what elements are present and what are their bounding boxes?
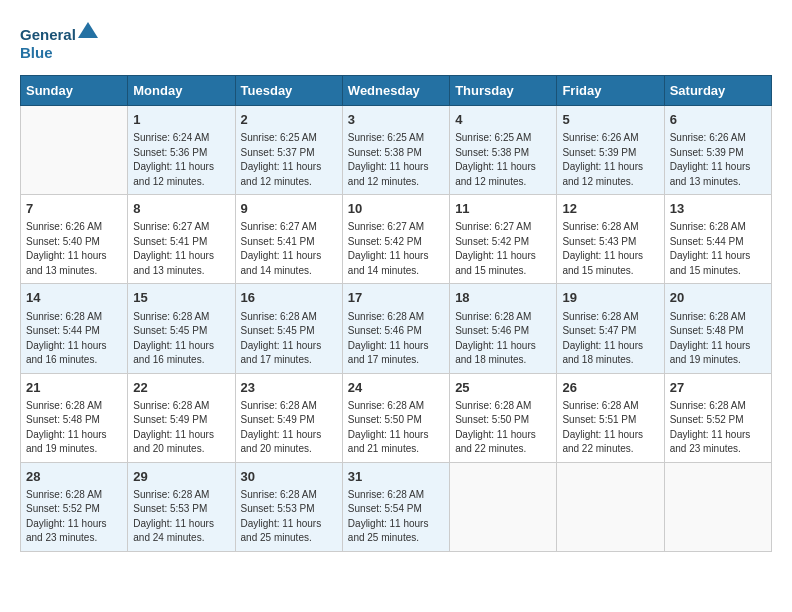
day-number: 10 — [348, 200, 444, 218]
calendar-cell: 7Sunrise: 6:26 AM Sunset: 5:40 PM Daylig… — [21, 195, 128, 284]
day-info: Sunrise: 6:28 AM Sunset: 5:43 PM Dayligh… — [562, 220, 658, 278]
day-info: Sunrise: 6:27 AM Sunset: 5:42 PM Dayligh… — [455, 220, 551, 278]
calendar-cell: 8Sunrise: 6:27 AM Sunset: 5:41 PM Daylig… — [128, 195, 235, 284]
day-info: Sunrise: 6:28 AM Sunset: 5:46 PM Dayligh… — [348, 310, 444, 368]
logo-svg: General Blue — [20, 20, 100, 65]
days-header-row: SundayMondayTuesdayWednesdayThursdayFrid… — [21, 76, 772, 106]
day-number: 22 — [133, 379, 229, 397]
header-sunday: Sunday — [21, 76, 128, 106]
calendar-cell: 30Sunrise: 6:28 AM Sunset: 5:53 PM Dayli… — [235, 462, 342, 551]
day-info: Sunrise: 6:28 AM Sunset: 5:45 PM Dayligh… — [133, 310, 229, 368]
day-number: 1 — [133, 111, 229, 129]
day-number: 29 — [133, 468, 229, 486]
day-info: Sunrise: 6:28 AM Sunset: 5:52 PM Dayligh… — [670, 399, 766, 457]
day-number: 28 — [26, 468, 122, 486]
week-row-3: 21Sunrise: 6:28 AM Sunset: 5:48 PM Dayli… — [21, 373, 772, 462]
day-number: 3 — [348, 111, 444, 129]
calendar-cell — [450, 462, 557, 551]
day-number: 31 — [348, 468, 444, 486]
day-info: Sunrise: 6:26 AM Sunset: 5:39 PM Dayligh… — [562, 131, 658, 189]
calendar-cell: 13Sunrise: 6:28 AM Sunset: 5:44 PM Dayli… — [664, 195, 771, 284]
svg-text:Blue: Blue — [20, 44, 53, 61]
day-info: Sunrise: 6:28 AM Sunset: 5:49 PM Dayligh… — [241, 399, 337, 457]
day-number: 9 — [241, 200, 337, 218]
calendar-cell: 31Sunrise: 6:28 AM Sunset: 5:54 PM Dayli… — [342, 462, 449, 551]
calendar-cell: 6Sunrise: 6:26 AM Sunset: 5:39 PM Daylig… — [664, 106, 771, 195]
calendar-cell: 1Sunrise: 6:24 AM Sunset: 5:36 PM Daylig… — [128, 106, 235, 195]
day-number: 14 — [26, 289, 122, 307]
day-info: Sunrise: 6:25 AM Sunset: 5:38 PM Dayligh… — [348, 131, 444, 189]
week-row-0: 1Sunrise: 6:24 AM Sunset: 5:36 PM Daylig… — [21, 106, 772, 195]
day-number: 16 — [241, 289, 337, 307]
day-number: 4 — [455, 111, 551, 129]
week-row-2: 14Sunrise: 6:28 AM Sunset: 5:44 PM Dayli… — [21, 284, 772, 373]
calendar-cell: 12Sunrise: 6:28 AM Sunset: 5:43 PM Dayli… — [557, 195, 664, 284]
header-tuesday: Tuesday — [235, 76, 342, 106]
day-number: 13 — [670, 200, 766, 218]
calendar-cell: 23Sunrise: 6:28 AM Sunset: 5:49 PM Dayli… — [235, 373, 342, 462]
header-friday: Friday — [557, 76, 664, 106]
day-info: Sunrise: 6:28 AM Sunset: 5:52 PM Dayligh… — [26, 488, 122, 546]
calendar-cell: 24Sunrise: 6:28 AM Sunset: 5:50 PM Dayli… — [342, 373, 449, 462]
day-info: Sunrise: 6:28 AM Sunset: 5:46 PM Dayligh… — [455, 310, 551, 368]
day-number: 20 — [670, 289, 766, 307]
calendar-cell: 5Sunrise: 6:26 AM Sunset: 5:39 PM Daylig… — [557, 106, 664, 195]
day-number: 23 — [241, 379, 337, 397]
day-info: Sunrise: 6:26 AM Sunset: 5:39 PM Dayligh… — [670, 131, 766, 189]
calendar-cell: 26Sunrise: 6:28 AM Sunset: 5:51 PM Dayli… — [557, 373, 664, 462]
day-info: Sunrise: 6:28 AM Sunset: 5:51 PM Dayligh… — [562, 399, 658, 457]
day-number: 6 — [670, 111, 766, 129]
day-number: 11 — [455, 200, 551, 218]
calendar-cell: 18Sunrise: 6:28 AM Sunset: 5:46 PM Dayli… — [450, 284, 557, 373]
header-thursday: Thursday — [450, 76, 557, 106]
day-info: Sunrise: 6:28 AM Sunset: 5:50 PM Dayligh… — [455, 399, 551, 457]
day-info: Sunrise: 6:25 AM Sunset: 5:37 PM Dayligh… — [241, 131, 337, 189]
header-wednesday: Wednesday — [342, 76, 449, 106]
week-row-4: 28Sunrise: 6:28 AM Sunset: 5:52 PM Dayli… — [21, 462, 772, 551]
day-number: 12 — [562, 200, 658, 218]
svg-marker-2 — [78, 22, 98, 38]
day-number: 17 — [348, 289, 444, 307]
day-number: 7 — [26, 200, 122, 218]
day-info: Sunrise: 6:24 AM Sunset: 5:36 PM Dayligh… — [133, 131, 229, 189]
day-number: 27 — [670, 379, 766, 397]
day-number: 15 — [133, 289, 229, 307]
calendar-cell: 22Sunrise: 6:28 AM Sunset: 5:49 PM Dayli… — [128, 373, 235, 462]
day-info: Sunrise: 6:28 AM Sunset: 5:50 PM Dayligh… — [348, 399, 444, 457]
calendar-cell: 21Sunrise: 6:28 AM Sunset: 5:48 PM Dayli… — [21, 373, 128, 462]
calendar-cell — [21, 106, 128, 195]
day-info: Sunrise: 6:25 AM Sunset: 5:38 PM Dayligh… — [455, 131, 551, 189]
calendar-cell: 4Sunrise: 6:25 AM Sunset: 5:38 PM Daylig… — [450, 106, 557, 195]
calendar-table: SundayMondayTuesdayWednesdayThursdayFrid… — [20, 75, 772, 552]
calendar-cell: 29Sunrise: 6:28 AM Sunset: 5:53 PM Dayli… — [128, 462, 235, 551]
day-number: 24 — [348, 379, 444, 397]
day-info: Sunrise: 6:27 AM Sunset: 5:41 PM Dayligh… — [133, 220, 229, 278]
calendar-cell: 9Sunrise: 6:27 AM Sunset: 5:41 PM Daylig… — [235, 195, 342, 284]
day-info: Sunrise: 6:28 AM Sunset: 5:47 PM Dayligh… — [562, 310, 658, 368]
day-info: Sunrise: 6:28 AM Sunset: 5:54 PM Dayligh… — [348, 488, 444, 546]
calendar-cell: 28Sunrise: 6:28 AM Sunset: 5:52 PM Dayli… — [21, 462, 128, 551]
day-number: 18 — [455, 289, 551, 307]
day-info: Sunrise: 6:28 AM Sunset: 5:53 PM Dayligh… — [241, 488, 337, 546]
header-monday: Monday — [128, 76, 235, 106]
calendar-cell: 25Sunrise: 6:28 AM Sunset: 5:50 PM Dayli… — [450, 373, 557, 462]
day-number: 25 — [455, 379, 551, 397]
day-info: Sunrise: 6:27 AM Sunset: 5:42 PM Dayligh… — [348, 220, 444, 278]
calendar-cell: 17Sunrise: 6:28 AM Sunset: 5:46 PM Dayli… — [342, 284, 449, 373]
day-number: 8 — [133, 200, 229, 218]
calendar-cell — [557, 462, 664, 551]
calendar-cell: 11Sunrise: 6:27 AM Sunset: 5:42 PM Dayli… — [450, 195, 557, 284]
calendar-cell: 14Sunrise: 6:28 AM Sunset: 5:44 PM Dayli… — [21, 284, 128, 373]
week-row-1: 7Sunrise: 6:26 AM Sunset: 5:40 PM Daylig… — [21, 195, 772, 284]
day-info: Sunrise: 6:27 AM Sunset: 5:41 PM Dayligh… — [241, 220, 337, 278]
day-number: 19 — [562, 289, 658, 307]
calendar-cell: 15Sunrise: 6:28 AM Sunset: 5:45 PM Dayli… — [128, 284, 235, 373]
calendar-cell: 27Sunrise: 6:28 AM Sunset: 5:52 PM Dayli… — [664, 373, 771, 462]
day-info: Sunrise: 6:28 AM Sunset: 5:53 PM Dayligh… — [133, 488, 229, 546]
logo: General Blue — [20, 20, 100, 65]
day-info: Sunrise: 6:28 AM Sunset: 5:44 PM Dayligh… — [26, 310, 122, 368]
calendar-cell: 10Sunrise: 6:27 AM Sunset: 5:42 PM Dayli… — [342, 195, 449, 284]
day-info: Sunrise: 6:28 AM Sunset: 5:44 PM Dayligh… — [670, 220, 766, 278]
calendar-cell: 3Sunrise: 6:25 AM Sunset: 5:38 PM Daylig… — [342, 106, 449, 195]
calendar-cell: 20Sunrise: 6:28 AM Sunset: 5:48 PM Dayli… — [664, 284, 771, 373]
